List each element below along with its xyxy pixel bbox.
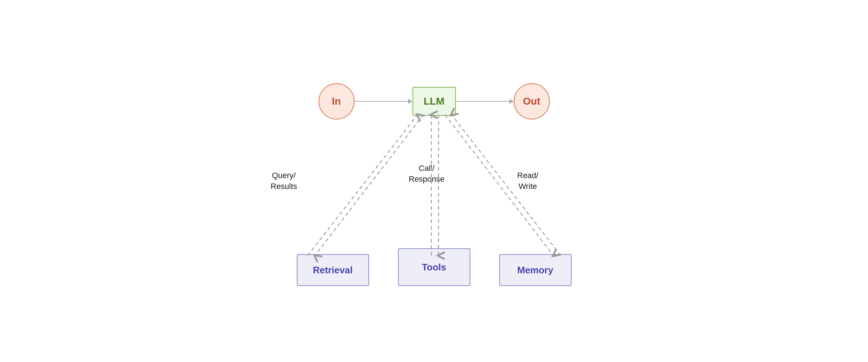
svg-line-1 <box>308 115 418 256</box>
arrow-head <box>408 99 412 104</box>
svg-line-0 <box>315 115 423 256</box>
arrow-line <box>456 101 509 102</box>
arrow-line <box>355 101 408 102</box>
node-llm: LLM <box>412 87 456 116</box>
label-read-write: Read/Write <box>517 170 539 191</box>
node-tools: Tools <box>398 248 470 286</box>
node-memory: Memory <box>499 254 572 286</box>
diagram: In LLM Out Retrieval Tools Memory Query/… <box>217 54 651 308</box>
label-query-results: Query/Results <box>271 170 297 191</box>
arrow-head <box>509 99 514 104</box>
node-retrieval: Retrieval <box>297 254 369 286</box>
node-in: In <box>318 83 355 119</box>
top-row: In LLM Out <box>217 83 651 119</box>
node-out: Out <box>514 83 550 119</box>
arrow-llm-to-out <box>456 99 514 104</box>
arrow-in-to-llm <box>355 99 412 104</box>
svg-line-5 <box>452 115 561 256</box>
bottom-row: Retrieval Tools Memory <box>217 248 651 286</box>
label-call-response: Call/Response <box>409 163 445 184</box>
